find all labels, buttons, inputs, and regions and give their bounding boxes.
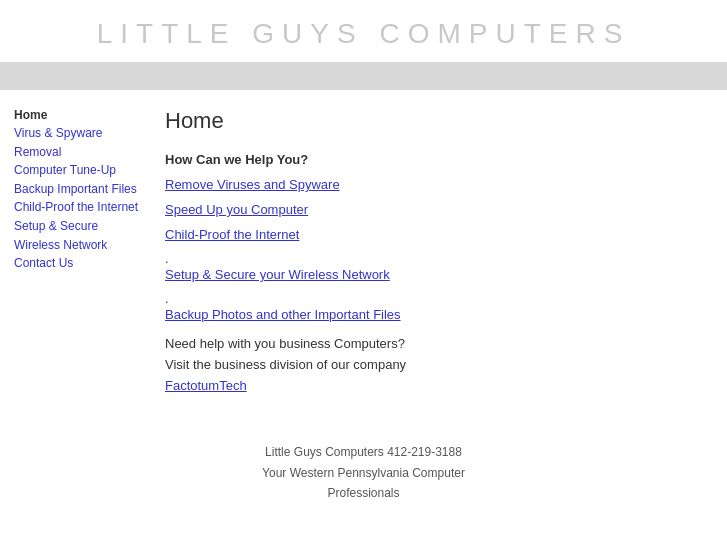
- footer-line1: Little Guys Computers 412-219-3188: [265, 445, 462, 459]
- site-header: LITTLE GUYS COMPUTERS: [0, 0, 727, 62]
- site-footer: Little Guys Computers 412-219-3188 Your …: [0, 424, 727, 519]
- sidebar-home-label: Home: [14, 108, 143, 122]
- factotum-link[interactable]: FactotumTech: [165, 378, 247, 393]
- help-heading: How Can we Help You?: [165, 152, 709, 167]
- content-link-backup-photos[interactable]: Backup Photos and other Important Files: [165, 307, 709, 322]
- footer-line2: Your Western Pennsylvania Computer: [262, 466, 465, 480]
- sidebar-link-wireless[interactable]: Setup & Secure Wireless Network: [14, 217, 143, 254]
- help-text: Need help with you business Computers? V…: [165, 334, 709, 396]
- main-layout: Home Virus & Spyware Removal Computer Tu…: [0, 90, 727, 414]
- sidebar: Home Virus & Spyware Removal Computer Tu…: [0, 100, 155, 404]
- sidebar-link-virus-spyware[interactable]: Virus & Spyware Removal: [14, 124, 143, 161]
- dot-separator-2: .: [165, 292, 709, 305]
- content-link-remove-viruses[interactable]: Remove Viruses and Spyware: [165, 177, 709, 192]
- content-link-child-proof[interactable]: Child-Proof the Internet: [165, 227, 709, 242]
- sidebar-link-child-proof[interactable]: Child-Proof the Internet: [14, 198, 143, 217]
- sidebar-link-computer-tune-up[interactable]: Computer Tune-Up: [14, 161, 143, 180]
- footer-line3: Professionals: [327, 486, 399, 500]
- content-link-speed-up[interactable]: Speed Up you Computer: [165, 202, 709, 217]
- help-text-line2: Visit the business division of our compa…: [165, 357, 406, 372]
- content-area: Home How Can we Help You? Remove Viruses…: [155, 100, 727, 404]
- sidebar-link-contact[interactable]: Contact Us: [14, 254, 143, 273]
- site-title: LITTLE GUYS COMPUTERS: [97, 18, 631, 49]
- help-text-line1: Need help with you business Computers?: [165, 336, 405, 351]
- content-link-setup-wireless[interactable]: Setup & Secure your Wireless Network: [165, 267, 709, 282]
- nav-stripe: [0, 62, 727, 90]
- dot-separator-1: .: [165, 252, 709, 265]
- sidebar-link-backup-files[interactable]: Backup Important Files: [14, 180, 143, 199]
- page-heading: Home: [165, 108, 709, 134]
